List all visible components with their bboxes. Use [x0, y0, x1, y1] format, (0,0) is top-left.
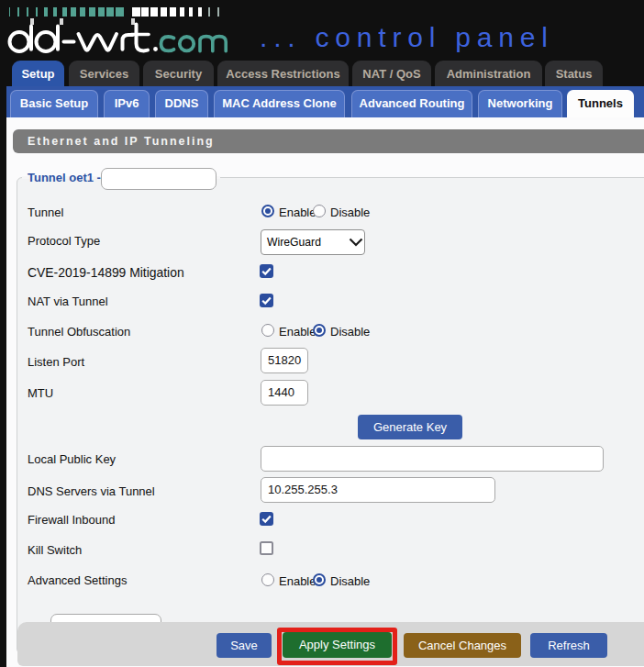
svg-text:... control panel: ... control panel	[260, 22, 554, 52]
